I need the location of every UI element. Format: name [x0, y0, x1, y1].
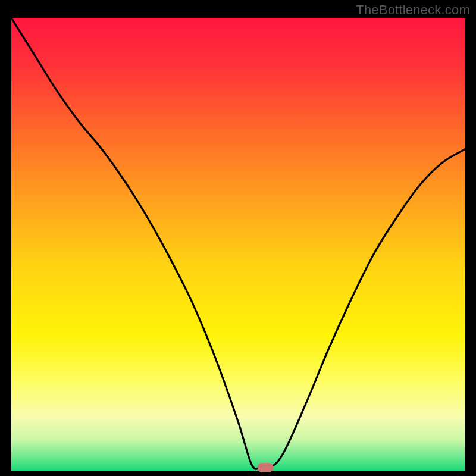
- watermark-text: TheBottleneck.com: [356, 2, 470, 18]
- optimal-point-marker: [257, 463, 273, 472]
- bottleneck-curve: [11, 18, 465, 469]
- chart-frame: [11, 18, 465, 471]
- curve-plot: [11, 18, 465, 471]
